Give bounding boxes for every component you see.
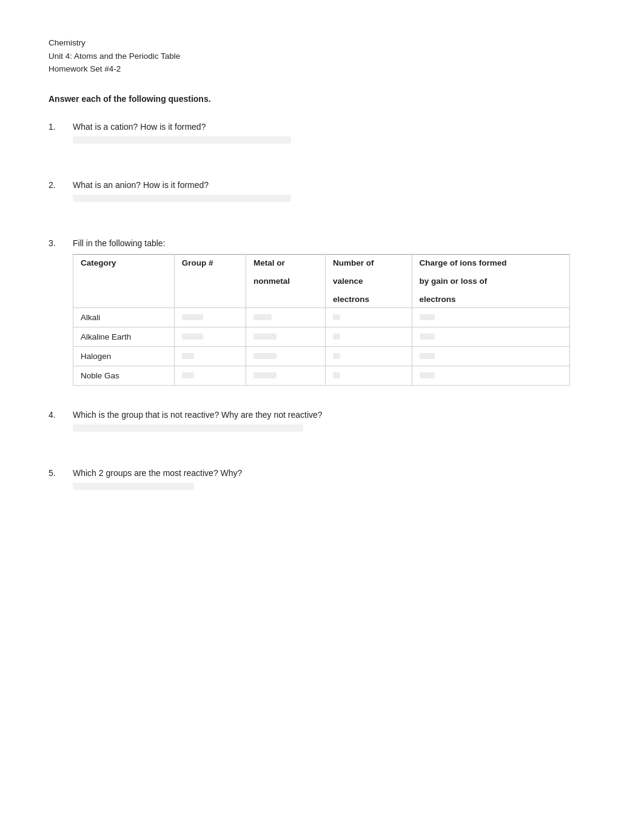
cell-alkali-charge bbox=[412, 307, 569, 327]
question-5-content: Which 2 groups are the most reactive? Wh… bbox=[73, 468, 595, 490]
question-2-content: What is an anion? How is it formed? bbox=[73, 180, 595, 202]
cell-alkali-group bbox=[174, 307, 246, 327]
col-header-valence: Number of valence electrons bbox=[326, 254, 412, 307]
cell-noble-valence bbox=[326, 366, 412, 385]
cell-alkaline-charge bbox=[412, 327, 569, 346]
table-wrapper: Category Group # Metal or nonmetal Numbe… bbox=[73, 254, 595, 386]
question-1-content: What is a cation? How is it formed? bbox=[73, 122, 595, 144]
cell-alkali-category: Alkali bbox=[73, 307, 175, 327]
cell-halogen-category: Halogen bbox=[73, 346, 175, 366]
cell-alkaline-metal bbox=[246, 327, 326, 346]
question-3-content: Fill in the following table: Category Gr… bbox=[73, 238, 595, 386]
cell-alkali-valence bbox=[326, 307, 412, 327]
col-header-charge: Charge of ions formed by gain or loss of… bbox=[412, 254, 569, 307]
question-4-number: 4. bbox=[49, 410, 67, 432]
header: Chemistry Unit 4: Atoms and the Periodic… bbox=[49, 36, 595, 76]
question-5-answer-line bbox=[73, 483, 194, 490]
question-5: 5. Which 2 groups are the most reactive?… bbox=[49, 468, 595, 490]
question-1: 1. What is a cation? How is it formed? bbox=[49, 122, 595, 144]
question-2: 2. What is an anion? How is it formed? bbox=[49, 180, 595, 202]
question-3-number: 3. bbox=[49, 238, 67, 386]
instructions-text: Answer each of the following questions. bbox=[49, 94, 595, 104]
question-3: 3. Fill in the following table: Category… bbox=[49, 238, 595, 386]
fill-table: Category Group # Metal or nonmetal Numbe… bbox=[73, 254, 570, 386]
cell-alkaline-category: Alkaline Earth bbox=[73, 327, 175, 346]
cell-alkaline-valence bbox=[326, 327, 412, 346]
cell-alkaline-group bbox=[174, 327, 246, 346]
cell-noble-category: Noble Gas bbox=[73, 366, 175, 385]
cell-halogen-group bbox=[174, 346, 246, 366]
question-2-answer-line bbox=[73, 195, 291, 202]
question-1-answer-line bbox=[73, 136, 291, 144]
question-4-answer-line bbox=[73, 424, 303, 432]
cell-alkali-metal bbox=[246, 307, 326, 327]
question-2-number: 2. bbox=[49, 180, 67, 202]
question-4-text: Which is the group that is not reactive?… bbox=[73, 410, 595, 420]
table-header-row: Category Group # Metal or nonmetal Numbe… bbox=[73, 254, 570, 307]
header-line3: Homework Set #4-2 bbox=[49, 62, 595, 76]
table-row-halogen: Halogen bbox=[73, 346, 570, 366]
cell-noble-group bbox=[174, 366, 246, 385]
question-2-text: What is an anion? How is it formed? bbox=[73, 180, 595, 190]
question-1-text: What is a cation? How is it formed? bbox=[73, 122, 595, 132]
col-header-category: Category bbox=[73, 254, 175, 307]
cell-noble-metal bbox=[246, 366, 326, 385]
table-row-alkali: Alkali bbox=[73, 307, 570, 327]
header-line1: Chemistry bbox=[49, 36, 595, 50]
question-5-number: 5. bbox=[49, 468, 67, 490]
header-line2: Unit 4: Atoms and the Periodic Table bbox=[49, 50, 595, 63]
col-header-group: Group # bbox=[174, 254, 246, 307]
question-3-intro: Fill in the following table: bbox=[73, 238, 595, 248]
col-header-metal: Metal or nonmetal bbox=[246, 254, 326, 307]
question-1-number: 1. bbox=[49, 122, 67, 144]
question-4: 4. Which is the group that is not reacti… bbox=[49, 410, 595, 432]
cell-halogen-metal bbox=[246, 346, 326, 366]
cell-halogen-valence bbox=[326, 346, 412, 366]
question-4-content: Which is the group that is not reactive?… bbox=[73, 410, 595, 432]
table-row-alkaline-earth: Alkaline Earth bbox=[73, 327, 570, 346]
cell-noble-charge bbox=[412, 366, 569, 385]
cell-halogen-charge bbox=[412, 346, 569, 366]
question-5-text: Which 2 groups are the most reactive? Wh… bbox=[73, 468, 595, 478]
table-row-noble-gas: Noble Gas bbox=[73, 366, 570, 385]
